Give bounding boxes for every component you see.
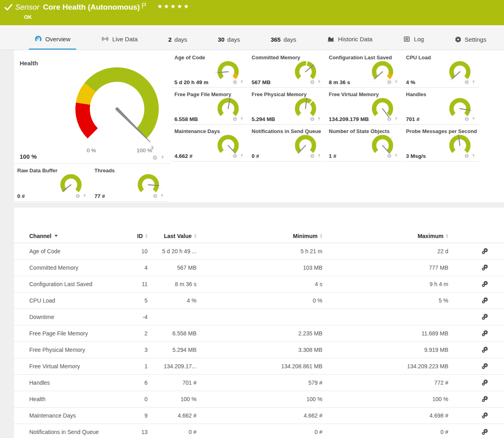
tab-log[interactable]: Log xyxy=(397,30,429,50)
tab-30-days[interactable]: 30days xyxy=(212,31,245,50)
channel-name[interactable]: Handles xyxy=(14,379,134,386)
tab-historic-data[interactable]: Historic Data xyxy=(321,30,378,50)
column-header-id[interactable]: ID xyxy=(134,233,148,239)
channel-settings-gears-icon[interactable] xyxy=(481,363,488,370)
channel-settings-gears-icon[interactable] xyxy=(481,281,488,288)
channel-name[interactable]: Age of Code xyxy=(14,248,134,254)
gear-icon[interactable] xyxy=(310,117,315,121)
gear-icon[interactable] xyxy=(310,80,315,85)
channel-settings-gears-icon[interactable] xyxy=(481,346,488,353)
channel-name[interactable]: Free Virtual Memory xyxy=(14,363,134,369)
pin-icon[interactable] xyxy=(471,153,476,158)
sensor-title: Core Health (Autonomous) xyxy=(43,3,140,12)
pin-icon[interactable] xyxy=(471,117,476,121)
gear-icon[interactable] xyxy=(387,117,392,121)
gauge-title: Age of Code xyxy=(174,54,205,61)
gauge-value: 4.662 # xyxy=(174,153,192,159)
gear-icon[interactable] xyxy=(233,80,237,85)
channel-name[interactable]: Free Physical Memory xyxy=(14,347,134,353)
pin-icon[interactable] xyxy=(317,153,322,158)
pin-icon[interactable] xyxy=(160,194,164,198)
gear-icon[interactable] xyxy=(152,155,158,160)
pin-icon[interactable] xyxy=(394,153,399,158)
gauge-title: Threads xyxy=(95,168,115,174)
channel-maximum: 9 h 4 m xyxy=(323,281,449,287)
pin-icon[interactable] xyxy=(239,117,244,121)
gear-icon[interactable] xyxy=(233,117,237,121)
pin-icon[interactable] xyxy=(394,80,399,85)
channel-last-value: 701 # xyxy=(148,379,197,386)
gauge-panel-free-physical-memory[interactable]: Free Physical Memory5.294 MB xyxy=(249,89,325,125)
channel-row-free-page-file-memory: Free Page File Memory26.558 MB2.235 MB11… xyxy=(14,325,504,342)
priority-flag-icon[interactable] xyxy=(142,2,147,9)
gear-icon[interactable] xyxy=(387,153,392,158)
gauge-panel-configuration-last-saved[interactable]: Configuration Last Saved8 m 36 s xyxy=(326,52,402,88)
column-header-last-value[interactable]: Last Value xyxy=(148,233,197,239)
channel-name[interactable]: Downtime xyxy=(14,314,134,320)
channel-name[interactable]: Free Page File Memory xyxy=(14,330,134,337)
channel-settings-gears-icon[interactable] xyxy=(481,330,488,337)
channel-name[interactable]: Maintenance Days xyxy=(14,412,134,419)
gauge-value: 0 # xyxy=(17,193,25,199)
pin-icon[interactable] xyxy=(317,117,322,121)
pin-icon[interactable] xyxy=(394,117,399,121)
gear-icon[interactable] xyxy=(464,117,469,121)
gauge-panel-free-virtual-memory[interactable]: Free Virtual Memory134.209.179 MB xyxy=(326,89,402,125)
channel-settings-gears-icon[interactable] xyxy=(481,264,488,271)
tab-overview[interactable]: Overview xyxy=(29,30,76,50)
gear-icon[interactable] xyxy=(464,153,469,158)
gauge-value: 0 # xyxy=(252,153,259,159)
gear-icon[interactable] xyxy=(153,194,158,198)
column-header-minimum[interactable]: Minimum xyxy=(197,233,323,239)
gauge-panel-probe-messages-per-second[interactable]: Probe Messages per Second3 Msg/s xyxy=(403,125,479,161)
gauge-panel-number-of-state-objects[interactable]: Number of State Objects1 # xyxy=(326,125,402,161)
gauge-panel-free-page-file-memory[interactable]: Free Page File Memory6.558 MB xyxy=(171,89,247,125)
channel-settings-gears-icon[interactable] xyxy=(481,313,488,321)
gauge-panel-raw-data-buffer[interactable]: Raw Data Buffer0 # xyxy=(14,165,90,202)
channel-name[interactable]: CPU Load xyxy=(14,297,134,304)
gauge-value: 5.294 MB xyxy=(252,116,275,122)
pin-icon[interactable] xyxy=(239,80,244,85)
gauge-panel-handles[interactable]: Handles701 # xyxy=(403,89,479,125)
gear-icon[interactable] xyxy=(387,80,392,85)
gear-icon[interactable] xyxy=(75,194,80,198)
pin-icon[interactable] xyxy=(317,80,322,85)
gauge-panel-threads[interactable]: Threads77 # xyxy=(91,165,168,202)
channel-settings-gears-icon[interactable] xyxy=(481,412,488,419)
pin-icon[interactable] xyxy=(471,80,476,85)
tab-settings[interactable]: Settings xyxy=(449,31,492,50)
channel-settings-gears-icon[interactable] xyxy=(481,248,488,255)
channel-settings-gears-icon[interactable] xyxy=(481,428,488,436)
channel-name[interactable]: Configuration Last Saved xyxy=(14,281,134,287)
pin-icon[interactable] xyxy=(239,153,244,158)
gauge-value: 6.558 MB xyxy=(174,116,198,122)
gear-icon[interactable] xyxy=(233,153,237,158)
gauge-panel-maintenance-days[interactable]: Maintenance Days4.662 # xyxy=(171,125,247,161)
priority-stars[interactable]: ★★★★★ xyxy=(157,3,190,10)
gauge-panel-notifications-in-send-queue[interactable]: Notifications in Send Queue0 # xyxy=(249,125,325,161)
tab-2-days[interactable]: 2days xyxy=(163,31,193,50)
channel-minimum: 134.208.861 MB xyxy=(197,363,323,369)
health-gauge-panel[interactable]: Health x̄0 %100 % 100 % xyxy=(14,52,170,164)
gauge-panel-committed-memory[interactable]: Committed Memory567 MB xyxy=(249,52,325,88)
gauge-panel-cpu-load[interactable]: CPU Load4 % xyxy=(403,52,479,88)
tab-live-data[interactable]: Live Data xyxy=(95,30,143,50)
channel-name[interactable]: Committed Memory xyxy=(14,264,134,271)
gear-icon[interactable] xyxy=(310,153,315,158)
channel-settings-gears-icon[interactable] xyxy=(481,379,488,386)
channel-name[interactable]: Health xyxy=(14,396,134,402)
channel-settings-gears-icon[interactable] xyxy=(481,396,488,403)
channel-last-value: 4.662 # xyxy=(148,412,197,419)
channel-name[interactable]: Notifications in Send Queue xyxy=(14,429,134,435)
pin-icon[interactable] xyxy=(82,194,87,198)
channel-settings-gears-icon[interactable] xyxy=(481,297,488,304)
column-header-maximum[interactable]: Maximum xyxy=(323,233,449,239)
channel-row-maintenance-days: Maintenance Days94.662 #4.662 #4.698 # xyxy=(14,408,504,424)
gauge-panel-age-of-code[interactable]: Age of Code5 d 20 h 49 m xyxy=(171,52,247,88)
tab-365-days[interactable]: 365days xyxy=(265,31,302,50)
column-header-channel[interactable]: Channel xyxy=(14,233,134,239)
channel-minimum: 4 s xyxy=(197,281,323,287)
gauge-title: Maintenance Days xyxy=(174,128,220,134)
pin-icon[interactable] xyxy=(160,155,165,160)
gear-icon[interactable] xyxy=(464,80,469,85)
